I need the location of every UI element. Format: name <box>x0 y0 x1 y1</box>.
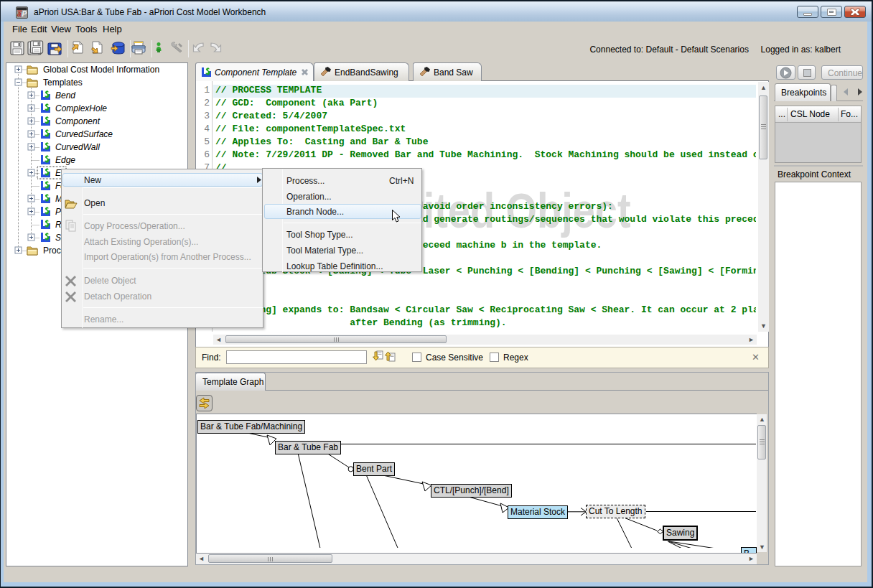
svg-text:a: a <box>17 10 22 18</box>
svg-text:P: P <box>22 10 27 18</box>
